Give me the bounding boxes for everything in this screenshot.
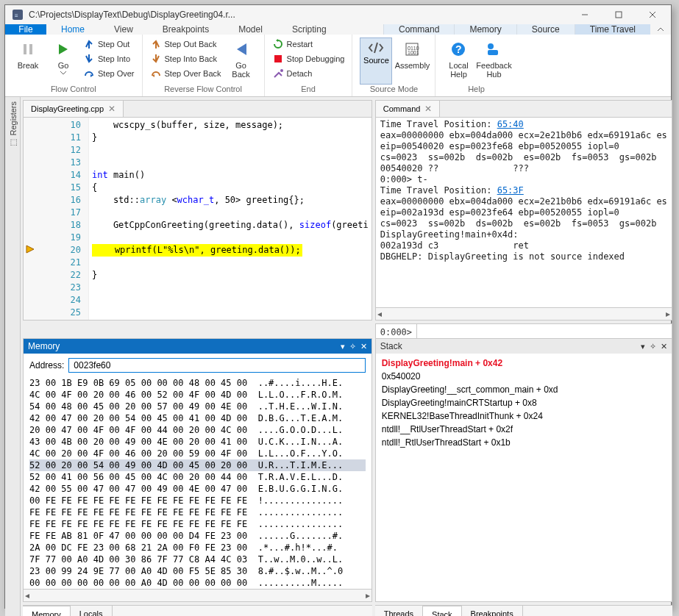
code-editor[interactable]: 10111213141516171819202122232425 wcscpy_… [24,118,372,320]
stack-pane: Stack ▾ ✧ ✕ DisplayGreeting!main + 0x420… [375,338,672,602]
command-prompt: 0:000> [376,327,416,337]
source-icon [368,40,384,56]
stack-list[interactable]: DisplayGreeting!main + 0x420x540020Displ… [376,354,672,601]
stack-frame[interactable]: ntdll!__RtlUserThreadStart + 0x2f [382,423,666,436]
scroll-left-icon[interactable]: ◂ [377,309,382,319]
play-back-icon [231,39,252,60]
menu-scripting[interactable]: Scripting [277,24,341,35]
command-hscroll[interactable]: ◂ ▸ [376,307,672,320]
scroll-left-icon[interactable]: ◂ [25,590,29,601]
step-into-icon [83,53,95,65]
svg-rect-6 [24,44,26,54]
context-tabs: Command Memory Source Time Travel [383,24,650,35]
ribbon-group-flow: Break Go Step Out Step In [5,35,143,96]
memory-view[interactable]: 23 00 1B E9 0B 69 05 00 00 00 48 00 45 0… [24,377,372,589]
stack-frame[interactable]: DisplayGreeting!main + 0x42 [382,357,666,370]
menu-bar: File Home View Breakpoints Model Scripti… [5,24,671,35]
stack-frame[interactable]: DisplayGreeting!__scrt_common_main + 0xd [382,383,666,396]
step-out-back-button[interactable]: Step Out Back [150,37,221,51]
svg-rect-3 [616,12,622,18]
ribbon-collapse-button[interactable] [650,24,671,35]
context-tab-source[interactable]: Source [516,24,575,35]
stack-tab-breakpoints[interactable]: Breakpoints [462,606,523,616]
local-help-button[interactable]: ? Local Help [443,37,474,83]
dropdown-icon [60,71,66,76]
stack-frame[interactable]: 0x540020 [382,370,666,383]
context-tab-memory[interactable]: Memory [454,24,516,35]
step-into-back-button[interactable]: Step Into Back [150,52,221,65]
feedback-icon [483,39,504,60]
stack-pane-title: Stack ▾ ✧ ✕ [376,339,672,354]
dropdown-icon[interactable]: ▾ [341,342,345,351]
command-tab[interactable]: Command ✕ [376,101,441,117]
scroll-right-icon[interactable]: ▸ [366,590,370,601]
assembly-icon: 01101001 [402,39,422,60]
break-button[interactable]: Break [13,37,43,83]
svg-point-14 [280,69,283,72]
context-tab-command[interactable]: Command [383,24,454,35]
menu-view[interactable]: View [99,24,148,35]
memory-pane-title: Memory ▾ ✧ ✕ [24,339,372,354]
close-icon[interactable]: ✕ [661,342,667,351]
dropdown-icon[interactable]: ▾ [641,342,645,351]
minimize-button[interactable] [568,5,602,24]
stack-frame[interactable]: DisplayGreeting!mainCRTStartup + 0x8 [382,396,666,409]
assembly-mode-button[interactable]: 01101001 Assembly [397,37,427,83]
go-back-button[interactable]: Go Back [226,37,257,83]
detach-icon [272,68,284,79]
close-icon[interactable]: ✕ [360,342,367,351]
feedback-hub-button[interactable]: Feedback Hub [478,37,509,83]
command-output[interactable]: Time Travel Position: 65:40 eax=00000000… [376,118,672,307]
menu-file[interactable]: File [5,24,46,35]
ribbon-group-end: Restart Stop Debugging Detach End [265,35,353,96]
close-icon[interactable]: ✕ [424,104,432,114]
restart-button[interactable]: Restart [272,37,345,51]
flow-control-label: Flow Control [13,85,135,96]
ribbon-group-reverse: Step Out Back Step Into Back Step Over B… [143,35,265,96]
svg-marker-8 [59,44,68,54]
registers-tab[interactable]: ⬚ Registers [8,101,18,148]
svg-marker-11 [237,43,246,55]
address-label: Address: [29,360,64,370]
pin-icon[interactable]: ✧ [349,342,356,351]
go-button[interactable]: Go [48,37,79,83]
menu-breakpoints[interactable]: Breakpoints [148,24,224,35]
stack-bottom-tabs: ThreadsStackBreakpoints [375,605,672,616]
scroll-right-icon[interactable]: ▸ [666,309,670,319]
maximize-button[interactable] [602,5,636,24]
context-tab-timetravel[interactable]: Time Travel [575,24,650,35]
menu-model[interactable]: Model [224,24,277,35]
ribbon: Break Go Step Out Step In [5,35,671,97]
address-input[interactable] [68,358,365,373]
stop-debugging-button[interactable]: Stop Debugging [272,52,345,65]
close-icon[interactable]: ✕ [108,104,115,114]
step-over-icon [83,68,95,79]
pin-icon[interactable]: ✧ [650,342,656,351]
stack-frame[interactable]: ntdll!_RtlUserThreadStart + 0x1b [382,436,666,449]
source-tab[interactable]: DisplayGreeting.cpp ✕ [24,101,124,117]
menu-home[interactable]: Home [46,24,99,35]
step-out-button[interactable]: Step Out [83,37,135,51]
memory-hscroll[interactable]: ◂ ▸ [24,589,372,601]
step-out-back-icon [150,38,162,50]
memory-tab-memory[interactable]: Memory [23,606,71,616]
help-label: Help [443,85,509,96]
step-into-button[interactable]: Step Into [83,52,135,65]
svg-text:1001: 1001 [408,50,419,55]
step-over-button[interactable]: Step Over [83,67,135,80]
ribbon-group-source-mode: Source 01101001 Assembly Source Mode [352,35,436,96]
detach-button[interactable]: Detach [272,67,345,80]
close-button[interactable] [636,5,669,24]
step-over-back-button[interactable]: Step Over Back [150,67,221,80]
command-pane: Command ✕ Time Travel Position: 65:40 ea… [375,100,672,320]
memory-bottom-tabs: MemoryLocals [23,605,372,616]
stack-tab-threads[interactable]: Threads [375,606,423,616]
stack-frame[interactable]: KERNEL32!BaseThreadInitThunk + 0x24 [382,409,666,423]
stack-tab-stack[interactable]: Stack [423,606,462,616]
svg-point-21 [488,43,494,49]
svg-text:≡: ≡ [15,12,18,19]
command-tab-bar: Command ✕ [376,101,672,118]
source-mode-button[interactable]: Source [360,37,392,85]
pin-icon: ⬚ [8,138,18,148]
memory-tab-locals[interactable]: Locals [71,606,113,616]
